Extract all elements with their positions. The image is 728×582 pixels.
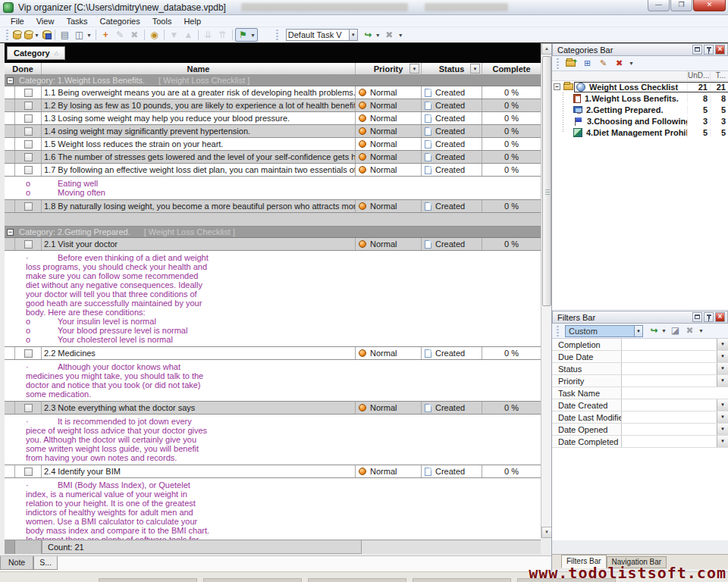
- category-group-row[interactable]: −Category: 2.Getting Prepared.[ Weight L…: [5, 227, 541, 238]
- toolbar-options-icon[interactable]: ▼: [398, 33, 403, 38]
- filter-value-field[interactable]: [622, 424, 717, 435]
- filter-value-field[interactable]: [622, 411, 717, 423]
- menu-tools[interactable]: Tools: [146, 16, 178, 27]
- close-button[interactable]: ✕: [693, 0, 726, 11]
- menu-categories[interactable]: Categories: [94, 16, 146, 27]
- column-undone[interactable]: UnD...: [687, 71, 710, 80]
- menu-view[interactable]: View: [30, 16, 61, 27]
- filter-dropdown-icon[interactable]: ▼: [717, 351, 728, 362]
- done-checkbox[interactable]: [24, 468, 33, 476]
- filter-dropdown-icon[interactable]: ▼: [717, 424, 728, 435]
- done-checkbox[interactable]: [24, 89, 33, 97]
- print-preview-button[interactable]: ◫▼: [72, 28, 93, 42]
- move-up-button[interactable]: ▲: [181, 28, 196, 42]
- menu-tasks[interactable]: Tasks: [60, 16, 93, 27]
- toolbar-options-icon[interactable]: ▼: [629, 61, 634, 66]
- toolbar-grip[interactable]: [557, 58, 559, 69]
- filter-value-field[interactable]: [622, 436, 717, 447]
- column-header-name[interactable]: Name: [42, 63, 356, 74]
- filter-dropdown-icon[interactable]: ▼: [717, 339, 728, 350]
- group-by-category-chip[interactable]: Category △: [7, 46, 65, 60]
- view-notes-button[interactable]: ◉: [147, 28, 162, 42]
- task-row[interactable]: 2.2 MedicinesNormalCreated0 %: [5, 347, 541, 360]
- filter-dropdown-icon[interactable]: ▼: [717, 411, 728, 423]
- toolbar-grip[interactable]: [276, 30, 278, 40]
- filter-value-field[interactable]: [622, 339, 717, 350]
- filter-dropdown-icon[interactable]: ▼: [717, 363, 728, 374]
- filter-value-field[interactable]: [622, 387, 728, 399]
- column-total[interactable]: T...: [710, 71, 728, 80]
- priority-filter-dropdown-icon[interactable]: ▼: [410, 64, 419, 74]
- filter-preset-combo[interactable]: Custom: [565, 325, 635, 337]
- task-view-flag-button[interactable]: ⚑▼: [235, 28, 258, 42]
- maximize-button[interactable]: ❐: [670, 0, 692, 11]
- done-checkbox[interactable]: [24, 114, 33, 123]
- panel-restore-button[interactable]: [692, 312, 702, 322]
- column-header-complete[interactable]: Complete: [482, 63, 541, 74]
- task-row[interactable]: 2.3 Note everything what the doctor says…: [5, 402, 541, 415]
- grid-vertical-scrollbar[interactable]: ▲ ▼: [541, 43, 551, 538]
- done-checkbox[interactable]: [24, 166, 33, 174]
- new-task-button[interactable]: +: [99, 28, 113, 42]
- filter-dropdown-icon[interactable]: ▼: [717, 436, 728, 447]
- clear-view-button[interactable]: ✖: [382, 28, 397, 42]
- panel-restore-button[interactable]: [692, 45, 702, 55]
- filter-dropdown-icon[interactable]: ▼: [717, 399, 728, 411]
- filter-preset-combo-arrow-icon[interactable]: ▼: [635, 325, 643, 337]
- tab-note[interactable]: Note: [0, 556, 33, 570]
- save-database-button[interactable]: [41, 28, 52, 42]
- done-checkbox[interactable]: [24, 404, 33, 412]
- done-checkbox[interactable]: [24, 349, 33, 358]
- task-row[interactable]: 1.1 Being overweight means you are at a …: [5, 86, 541, 99]
- filter-value-field[interactable]: [622, 375, 717, 386]
- tree-item[interactable]: 2.Getting Prepared.55: [552, 104, 728, 115]
- tab-s[interactable]: S...: [33, 556, 58, 570]
- erase-filter-button[interactable]: ◪: [668, 324, 682, 338]
- delete-category-button[interactable]: ✖: [611, 57, 627, 70]
- tree-item[interactable]: 1.Weight Loss Benefits.88: [552, 92, 728, 104]
- done-checkbox[interactable]: [24, 102, 33, 110]
- toolbar-options-icon[interactable]: ▼: [698, 328, 704, 333]
- done-checkbox[interactable]: [24, 140, 33, 149]
- tree-item[interactable]: 4.Diet Management Prohibition55: [552, 127, 728, 138]
- menu-help[interactable]: Help: [177, 16, 207, 27]
- filter-value-field[interactable]: [622, 363, 717, 374]
- status-filter-dropdown-icon[interactable]: ▼: [470, 64, 480, 74]
- apply-filter-button[interactable]: ↪ ▼: [647, 324, 668, 338]
- done-checkbox[interactable]: [24, 127, 33, 136]
- panel-close-button[interactable]: [715, 45, 725, 55]
- open-database-button[interactable]: ▼: [23, 28, 41, 42]
- toolbar-grip[interactable]: [557, 326, 559, 336]
- minimize-button[interactable]: —: [648, 0, 670, 11]
- menu-file[interactable]: File: [5, 16, 30, 27]
- task-row[interactable]: 1.7 By following an effective weight los…: [5, 164, 541, 177]
- done-checkbox[interactable]: [24, 202, 33, 211]
- move-down-button[interactable]: ▼: [167, 28, 181, 42]
- filter-value-field[interactable]: [622, 351, 717, 362]
- task-row[interactable]: 2.4 Identify your BIMNormalCreated0 %: [5, 465, 541, 478]
- panel-pin-button[interactable]: [704, 45, 714, 55]
- edit-task-button[interactable]: ✎: [113, 28, 127, 42]
- column-header-status[interactable]: Status▼: [422, 63, 482, 74]
- new-checklist-button[interactable]: +: [562, 57, 579, 70]
- done-checkbox[interactable]: [24, 153, 33, 161]
- task-row[interactable]: 1.8 By naturally losing weight, you beco…: [5, 200, 541, 213]
- task-row[interactable]: 1.4 osing weight may significantly preve…: [5, 125, 541, 138]
- apply-view-button[interactable]: ↪ ▼: [361, 28, 382, 42]
- scrollbar-thumb[interactable]: [542, 56, 551, 306]
- task-view-combo[interactable]: Default Task V: [286, 29, 350, 41]
- task-row[interactable]: 1.6 The number of stresses gets lowered …: [5, 151, 541, 164]
- scroll-up-icon[interactable]: ▲: [541, 43, 552, 55]
- filter-dropdown-icon[interactable]: ▼: [717, 375, 728, 386]
- delete-task-button[interactable]: ✖: [127, 28, 142, 42]
- task-row[interactable]: 1.3 Losing some weight may help you redu…: [5, 112, 541, 125]
- panel-close-button[interactable]: [715, 312, 725, 322]
- column-header-priority[interactable]: Priority▼: [356, 63, 422, 74]
- filter-value-field[interactable]: [622, 399, 717, 411]
- move-top-button[interactable]: ⇈: [215, 28, 230, 42]
- category-group-row[interactable]: −Category: 1.Weight Loss Benefits.[ Weig…: [5, 75, 541, 86]
- new-database-button[interactable]: [11, 28, 23, 42]
- collapse-icon[interactable]: −: [7, 229, 14, 236]
- collapse-icon[interactable]: −: [7, 77, 14, 84]
- scroll-down-icon[interactable]: ▼: [541, 527, 552, 538]
